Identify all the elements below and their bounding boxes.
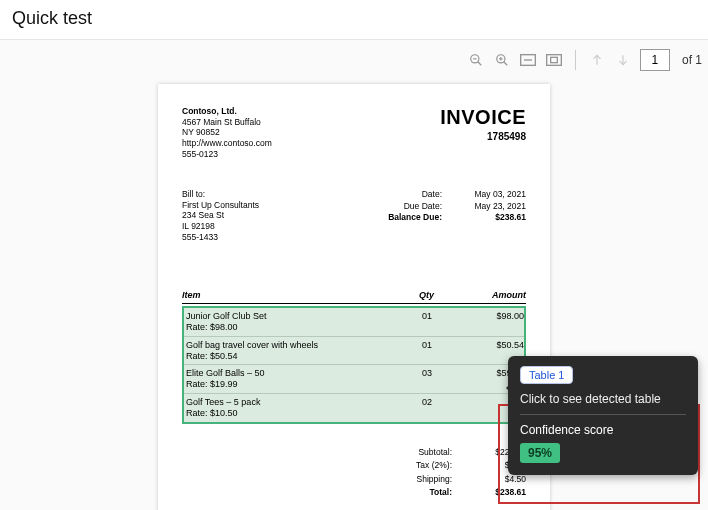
item-qty: 03: [382, 368, 452, 390]
item-rate: Rate: $10.50: [186, 408, 382, 419]
col-header-item: Item: [182, 290, 384, 300]
table-row: Elite Golf Balls – 50Rate: $19.99 03 $59…: [184, 365, 524, 394]
balance-due-value: $238.61: [462, 212, 526, 223]
svg-line-4: [504, 62, 508, 66]
fit-width-icon[interactable]: [519, 51, 537, 69]
invoice-number: 1785498: [440, 131, 526, 142]
item-name: Golf bag travel cover with wheels: [186, 340, 318, 350]
confidence-value: 95%: [520, 443, 560, 463]
table-row: Golf Tees – 5 packRate: $10.50 02 $21: [184, 394, 524, 422]
fit-page-icon[interactable]: [545, 51, 563, 69]
company-address-2: NY 90852: [182, 127, 272, 138]
company-phone: 555-0123: [182, 149, 272, 160]
page-count-label: of 1: [682, 53, 702, 67]
bill-to-phone: 555-1433: [182, 232, 259, 243]
toolbar-separator: [575, 50, 576, 70]
prev-page-icon: [588, 51, 606, 69]
invoice-title: INVOICE: [440, 106, 526, 129]
svg-line-1: [478, 62, 482, 66]
bill-to-block: Bill to: First Up Consultants 234 Sea St…: [182, 189, 259, 242]
due-date-label: Due Date:: [370, 201, 442, 212]
company-name: Contoso, Ltd.: [182, 106, 272, 117]
item-qty: 02: [382, 397, 452, 419]
items-section: Item Qty Amount Junior Golf Club SetRate…: [182, 290, 526, 423]
page-title: Quick test: [0, 0, 708, 39]
item-qty: 01: [382, 311, 452, 333]
tax-label: Tax (2%):: [392, 459, 452, 473]
bill-to-addr1: 234 Sea St: [182, 210, 259, 221]
zoom-out-icon[interactable]: [467, 51, 485, 69]
shipping-label: Shipping:: [392, 473, 452, 487]
date-value: May 03, 2021: [462, 189, 526, 200]
table-badge[interactable]: Table 1: [520, 366, 573, 384]
zoom-in-icon[interactable]: [493, 51, 511, 69]
item-rate: Rate: $50.54: [186, 351, 382, 362]
subtotal-label: Subtotal:: [392, 446, 452, 460]
tooltip-hint: Click to see detected table: [520, 392, 686, 414]
page-number-input[interactable]: [640, 49, 670, 71]
invoice-info: Date:May 03, 2021 Due Date:May 23, 2021 …: [370, 189, 526, 242]
item-rate: Rate: $19.99: [186, 379, 382, 390]
page-total: 1: [695, 53, 702, 67]
confidence-label: Confidence score: [520, 423, 686, 437]
table-row: Golf bag travel cover with wheelsRate: $…: [184, 337, 524, 366]
bill-to-name: First Up Consultants: [182, 200, 259, 211]
company-address-1: 4567 Main St Buffalo: [182, 117, 272, 128]
col-header-qty: Qty: [384, 290, 454, 300]
invoice-document: Contoso, Ltd. 4567 Main St Buffalo NY 90…: [158, 84, 550, 510]
due-date-value: May 23, 2021: [462, 201, 526, 212]
company-url: http://www.contoso.com: [182, 138, 272, 149]
viewer-toolbar: of 1: [467, 46, 702, 74]
svg-rect-10: [551, 57, 558, 62]
item-qty: 01: [382, 340, 452, 362]
item-amount: $98.00: [452, 311, 524, 333]
document-viewer: of 1 Contoso, Ltd. 4567 Main St Buffalo …: [0, 39, 708, 510]
next-page-icon: [614, 51, 632, 69]
table-tooltip: Table 1 Click to see detected table Conf…: [508, 356, 698, 475]
item-name: Junior Golf Club Set: [186, 311, 267, 321]
svg-rect-9: [547, 55, 562, 66]
page-of-prefix: of: [682, 53, 692, 67]
balance-due-label: Balance Due:: [370, 212, 442, 223]
total-label: Total:: [392, 486, 452, 500]
item-name: Elite Golf Balls – 50: [186, 368, 265, 378]
item-name: Golf Tees – 5 pack: [186, 397, 260, 407]
tooltip-divider: [520, 414, 686, 415]
item-rate: Rate: $98.00: [186, 322, 382, 333]
totals-block: Subtotal:$229.51 Tax (2%):$4.60 Shipping…: [182, 446, 526, 500]
total-value: $238.61: [472, 486, 526, 500]
table-row: Junior Golf Club SetRate: $98.00 01 $98.…: [184, 308, 524, 337]
detected-table-region[interactable]: Junior Golf Club SetRate: $98.00 01 $98.…: [182, 306, 526, 423]
bill-to-addr2: IL 92198: [182, 221, 259, 232]
bill-to-label: Bill to:: [182, 189, 259, 200]
company-block: Contoso, Ltd. 4567 Main St Buffalo NY 90…: [182, 106, 272, 159]
col-header-amount: Amount: [454, 290, 526, 300]
date-label: Date:: [370, 189, 442, 200]
